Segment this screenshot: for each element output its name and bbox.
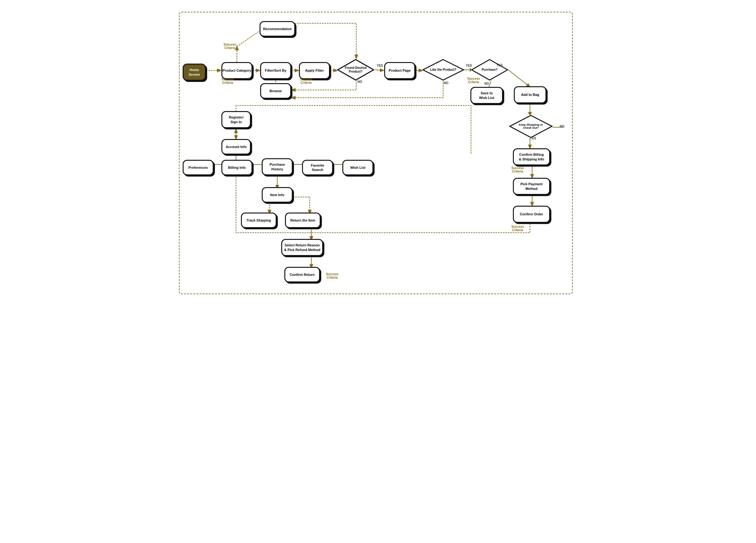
success-criteria-2: SuccessCriteria	[221, 78, 234, 84]
yes-label-4: YES	[530, 136, 536, 140]
yes-label-2: YES	[466, 64, 472, 67]
success-criteria-3: SuccessCriteria	[300, 78, 313, 84]
product-page-node: Product Page	[384, 62, 415, 79]
account-info-node: Account Info	[221, 139, 251, 154]
billing-info-node: Billing Info	[221, 160, 252, 175]
confirm-order-node: Confirm Order	[513, 206, 550, 223]
yes-label-1: YES	[377, 64, 383, 67]
success-criteria-7: SuccessCriteria	[326, 273, 339, 279]
success-criteria-1: SuccessCriteria	[224, 43, 236, 50]
select-return-reason-node: Select Return Reason& Pick Refund Method	[281, 239, 323, 256]
product-category-node: Product Category	[221, 62, 252, 79]
save-wishlist-node: Save toWish List	[470, 87, 503, 104]
register-signin-node: Register/Sign In	[221, 111, 251, 128]
flowchart-canvas: Home Screen Product Category Filter/Sort…	[173, 6, 583, 301]
svg-line-15	[508, 70, 530, 87]
item-info-node: Item Info	[262, 187, 293, 202]
keep-shopping-node: Keep Shopping orCheck Out?	[509, 115, 553, 138]
home-screen-node: Home Screen	[183, 64, 206, 81]
browse-node: Browse	[260, 83, 291, 99]
recommendation-node: Recommendation	[260, 21, 295, 37]
wish-list-node: WIsh List	[342, 160, 373, 175]
apply-filter-node: Apply Filter	[299, 62, 330, 79]
no-label-2: NO	[358, 80, 362, 83]
confirm-return-node: Confirm Return	[284, 267, 320, 283]
success-criteria-4: SuccessCriteria	[467, 77, 480, 84]
pick-payment-node: Pick PaymentMethod	[513, 178, 550, 195]
no-label-4: NO	[560, 125, 564, 128]
yes-label-3: YES	[496, 64, 503, 67]
success-criteria-5: SuccessCriteria	[511, 166, 524, 173]
svg-line-4	[375, 70, 384, 70]
track-shipping-node: Track Shipping	[241, 212, 277, 228]
found-desired-node: Found DesiredProduct?	[337, 59, 374, 81]
no-label-3: NO	[484, 82, 489, 85]
return-item-node: Return the Item	[285, 212, 321, 228]
purchase-history-node: PurchaseHistory	[262, 158, 293, 175]
like-product-node: Like the Product?	[422, 59, 464, 81]
no-label-1: NO	[444, 81, 448, 85]
svg-line-8	[237, 31, 260, 47]
add-to-bag-node: Add to Bag	[514, 86, 546, 103]
preferences-node: Preferences	[183, 160, 214, 175]
success-criteria-6: SuccessCriteria	[511, 225, 524, 232]
favorite-search-node: FavoriteSearch	[302, 160, 333, 175]
filter-sort-node: Filter/Sort By	[260, 62, 291, 79]
confirm-billing-node: Confirm Billing& Shipping Info	[513, 148, 550, 165]
